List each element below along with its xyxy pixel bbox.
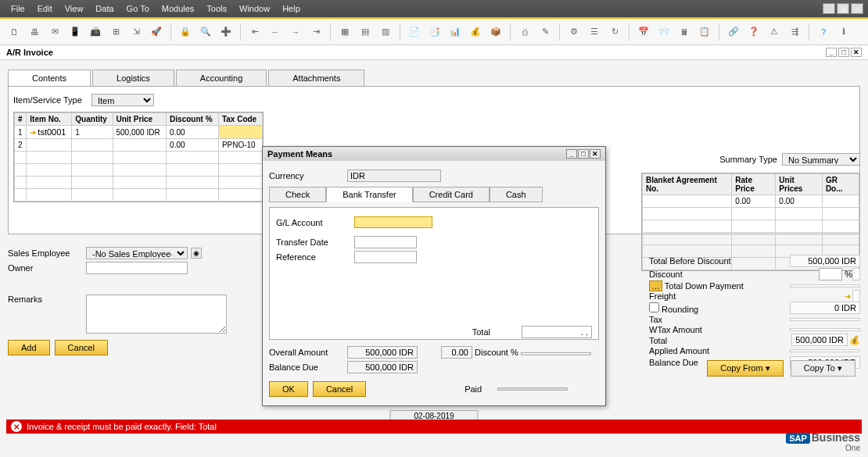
workflow-icon[interactable]: ⇶ — [787, 24, 802, 40]
alert-icon[interactable]: ⚠ — [766, 24, 782, 40]
dp-browse-icon[interactable]: … — [649, 280, 662, 291]
add-button[interactable]: Add — [8, 340, 50, 355]
tab-check[interactable]: Check — [269, 187, 326, 202]
inner-close-icon[interactable]: ✕ — [851, 48, 862, 57]
gl-account-input[interactable] — [354, 216, 432, 228]
first-icon[interactable]: ⇤ — [247, 24, 263, 40]
gross-profit-icon[interactable]: 📊 — [447, 24, 463, 40]
modal-max-icon[interactable]: □ — [578, 149, 589, 159]
discount-val-box[interactable]: 0.00 — [441, 346, 472, 359]
menu-edit[interactable]: Edit — [31, 4, 59, 13]
query-icon[interactable]: ❓ — [746, 24, 762, 40]
coin-icon[interactable]: 💰 — [849, 335, 860, 345]
freight-link-icon[interactable]: ➜ — [845, 292, 851, 301]
modal-min-icon[interactable]: _ — [566, 149, 577, 159]
cancel-button[interactable]: Cancel — [55, 340, 108, 355]
help-icon[interactable]: ? — [816, 24, 831, 40]
menu-goto[interactable]: Go To — [120, 4, 156, 13]
filter-icon[interactable]: ▤ — [357, 24, 373, 40]
last-icon[interactable]: ⇥ — [308, 24, 324, 40]
remarks-input[interactable] — [86, 295, 227, 334]
modal-cancel-button[interactable]: Cancel — [313, 381, 366, 397]
tab-cash[interactable]: Cash — [490, 187, 543, 202]
tab-logistics[interactable]: Logistics — [92, 70, 174, 86]
calculator-icon[interactable]: 🖩 — [676, 24, 692, 40]
inner-max-icon[interactable]: □ — [838, 48, 849, 57]
link-icon[interactable]: 🔗 — [726, 24, 741, 40]
next-icon[interactable]: → — [288, 24, 303, 40]
inner-min-icon[interactable]: _ — [826, 48, 837, 57]
prev-icon[interactable]: ← — [267, 24, 283, 40]
view-icon[interactable]: ▦ — [337, 24, 353, 40]
summary-type-select[interactable]: No Summary — [782, 153, 860, 166]
tab-attachments[interactable]: Attachments — [268, 70, 364, 86]
sales-employee-select[interactable]: -No Sales Employee- — [86, 247, 188, 259]
menu-data[interactable]: Data — [89, 4, 120, 13]
fax-icon[interactable]: 📠 — [88, 24, 103, 40]
payment-means-dialog: Payment Means _ □ ✕ Currency Check Bank … — [262, 146, 606, 406]
context-help-icon[interactable]: ℹ — [836, 24, 852, 40]
tasks-icon[interactable]: 📋 — [697, 24, 712, 40]
base-doc-icon[interactable]: 📄 — [407, 24, 422, 40]
rounding-checkbox[interactable] — [649, 302, 659, 312]
balance-label: Balance Due — [269, 362, 347, 372]
print-icon[interactable]: 🖶 — [27, 24, 42, 40]
lbl-total: Total — [649, 336, 667, 345]
item-service-type-select[interactable]: Item — [91, 94, 154, 106]
email-icon[interactable]: ✉ — [47, 24, 63, 40]
target-doc-icon[interactable]: 📑 — [427, 24, 443, 40]
currency-field — [347, 170, 441, 182]
sort-icon[interactable]: ▥ — [378, 24, 393, 40]
modal-close-icon[interactable]: ✕ — [590, 149, 601, 159]
messages-icon[interactable]: 📨 — [656, 24, 672, 40]
tab-credit-card[interactable]: Credit Card — [413, 187, 490, 202]
settings-icon[interactable]: ⚙ — [566, 24, 582, 40]
status-bar: ✕ Invoice & receipt must be paid exactly… — [6, 420, 862, 434]
table-row: 20.00PPNO-10 — [15, 139, 263, 152]
owner-input[interactable] — [86, 262, 188, 274]
find-icon[interactable]: 🔍 — [198, 24, 213, 40]
modal-ok-button[interactable]: OK — [269, 381, 308, 397]
paid-label: Paid — [464, 384, 482, 394]
discount-pct-input[interactable] — [819, 268, 842, 280]
tab-contents[interactable]: Contents — [8, 70, 91, 86]
sales-emp-browse-icon[interactable]: ◉ — [191, 248, 202, 259]
menu-window[interactable]: Window — [233, 4, 276, 13]
menu-view[interactable]: View — [59, 4, 90, 13]
transfer-date-input[interactable] — [354, 236, 417, 248]
menu-help[interactable]: Help — [276, 4, 307, 13]
sms-icon[interactable]: 📱 — [67, 24, 83, 40]
tab-bank-transfer[interactable]: Bank Transfer — [326, 187, 412, 202]
form-icon[interactable]: ☰ — [586, 24, 602, 40]
reference-input[interactable] — [354, 251, 417, 263]
layout-icon[interactable]: ⎙ — [517, 24, 533, 40]
link-arrow-icon[interactable]: ➜ — [30, 128, 36, 137]
reference-label: Reference — [276, 252, 354, 262]
menu-modules[interactable]: Modules — [156, 4, 201, 13]
copy-to-button[interactable]: Copy To ▾ — [791, 360, 855, 377]
launch-icon[interactable]: 🚀 — [149, 24, 164, 40]
lock-icon[interactable]: 🔒 — [178, 24, 193, 40]
menu-tools[interactable]: Tools — [200, 4, 233, 13]
copy-from-button[interactable]: Copy From ▾ — [707, 360, 783, 377]
translate-icon[interactable]: ✎ — [537, 24, 553, 40]
modal-discount-label: Discount % — [475, 348, 518, 357]
minimize-icon[interactable]: _ — [823, 3, 835, 14]
export-excel-icon[interactable]: ⊞ — [108, 24, 124, 40]
export-icon[interactable]: ⇲ — [128, 24, 144, 40]
calendar-icon[interactable]: 📅 — [636, 24, 651, 40]
add-icon[interactable]: ➕ — [218, 24, 234, 40]
volume-icon[interactable]: 📦 — [488, 24, 504, 40]
close-icon[interactable]: ✕ — [851, 3, 863, 14]
val-tax — [790, 318, 860, 321]
menu-file[interactable]: File — [5, 4, 31, 13]
val-rounding: 0 IDR — [790, 302, 860, 314]
payment-icon[interactable]: 💰 — [468, 24, 483, 40]
table-row: 1 ➜tst0001 1 500,000 IDR 0.00 — [15, 126, 263, 139]
lbl-discount: Discount — [649, 270, 683, 279]
refresh-icon[interactable]: ↻ — [607, 24, 622, 40]
tab-accounting[interactable]: Accounting — [176, 70, 267, 86]
restore-icon[interactable]: ▣ — [837, 3, 849, 14]
preview-icon[interactable]: 🗋 — [6, 24, 22, 40]
items-table[interactable]: #Item No.QuantityUnit PriceDiscount %Tax… — [14, 112, 263, 202]
